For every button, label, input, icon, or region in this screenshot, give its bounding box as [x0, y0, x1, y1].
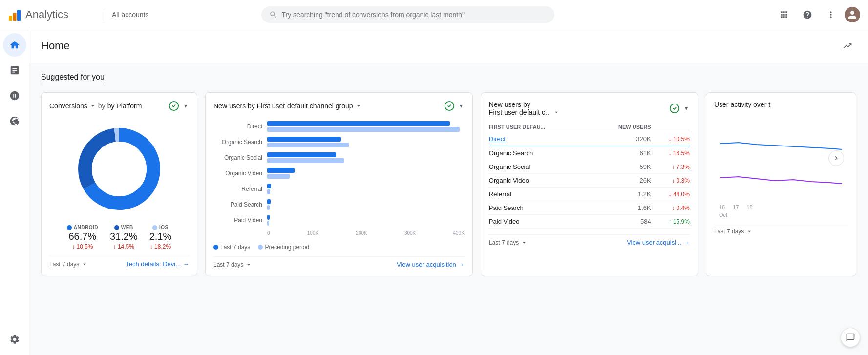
sidebar-item-advertising[interactable]	[3, 109, 26, 133]
search-bar[interactable]	[261, 6, 554, 23]
bar-paid-video-current	[267, 215, 270, 220]
conversions-card: Conversions by by Platform ▾	[41, 92, 197, 276]
trend-button[interactable]	[839, 37, 856, 55]
col-change	[651, 122, 690, 132]
col-users: NEW USERS	[592, 122, 651, 132]
top-nav: Analytics All accounts	[0, 0, 868, 29]
activity-last-days[interactable]: Last 7 days	[714, 228, 753, 235]
conversions-footer-link[interactable]: Tech details: Devi... →	[126, 260, 189, 268]
bar-row-direct: Direct	[213, 121, 465, 132]
table-card-header: New users by First user default c... ▾	[489, 101, 690, 116]
nav-divider	[104, 9, 104, 21]
donut-chart	[75, 125, 163, 213]
section-title: Suggested for you	[41, 73, 105, 84]
bar-card-actions: ▾	[444, 101, 465, 111]
table-row: Organic Social59K↓ 7.3%	[489, 160, 690, 174]
activity-chevron-down-icon	[746, 228, 753, 235]
bar-organic-social-prev	[267, 158, 344, 163]
chat-icon	[846, 333, 855, 342]
table-row: Organic Search61K↓ 16.5%	[489, 146, 690, 160]
bar-row-organic-search: Organic Search	[213, 137, 465, 147]
conversions-last-days[interactable]: Last 7 days	[49, 261, 88, 268]
new-users-table: FIRST USER DEFAU... NEW USERS Direct320K…	[489, 122, 690, 229]
activity-month-label: Oct	[714, 212, 848, 218]
bar-last-days[interactable]: Last 7 days	[213, 261, 252, 268]
conversions-card-title: Conversions by by Platform	[49, 102, 142, 110]
bar-row-paid-search: Paid Search	[213, 199, 465, 210]
activity-svg	[714, 114, 848, 202]
activity-x-axis: 16 17 18	[714, 202, 848, 212]
col-channel: FIRST USER DEFAU...	[489, 122, 592, 132]
web-dot	[114, 225, 119, 230]
avatar[interactable]	[845, 7, 860, 22]
apps-button[interactable]	[774, 5, 794, 24]
bar-paid-video-prev	[267, 221, 269, 226]
bar-organic-search-prev	[267, 143, 349, 147]
activity-card-footer: Last 7 days	[714, 224, 848, 235]
bar-paid-search-current	[267, 199, 271, 204]
table-dropdown-btn[interactable]: ▾	[683, 104, 690, 113]
bar-referral-prev	[267, 189, 270, 194]
sidebar-item-settings[interactable]	[3, 328, 26, 351]
bar-paid-search-prev	[267, 205, 270, 210]
table-body: Direct320K↓ 10.5%Organic Search61K↓ 16.5…	[489, 132, 690, 229]
table-row: Organic Video26K↓ 0.3%	[489, 174, 690, 188]
table-check-circle-icon	[669, 103, 680, 114]
table-header-row: FIRST USER DEFAU... NEW USERS	[489, 122, 690, 132]
conversions-dropdown-btn[interactable]: ▾	[182, 102, 189, 110]
table-dropdown-icon	[553, 109, 560, 116]
app-title: Analytics	[25, 8, 68, 21]
sidebar	[0, 29, 29, 355]
bar-chevron-down-icon	[245, 261, 252, 268]
new-users-table-card: New users by First user default c... ▾	[481, 92, 698, 276]
bar-organic-social-current	[267, 152, 336, 157]
bar-legend: Last 7 days Preceding period	[213, 244, 465, 251]
bar-organic-video-prev	[267, 174, 290, 179]
table-card-footer: Last 7 days View user acquisi... →	[489, 234, 690, 246]
donut-container	[49, 117, 189, 221]
sidebar-item-explore[interactable]	[3, 84, 26, 107]
bar-card-title: New users by First user default channel …	[213, 102, 362, 110]
bar-referral-current	[267, 184, 271, 188]
nav-actions	[774, 5, 860, 24]
all-accounts-link[interactable]: All accounts	[112, 11, 148, 19]
more-options-button[interactable]	[821, 5, 841, 24]
help-button[interactable]	[798, 5, 817, 24]
table-row: Paid Video584↑ 15.9%	[489, 215, 690, 229]
activity-next-btn[interactable]	[828, 150, 844, 166]
bar-dropdown-icon	[355, 103, 362, 109]
bar-dropdown-btn[interactable]: ▾	[458, 102, 465, 110]
bar-footer-link[interactable]: View user acquisition →	[397, 261, 465, 268]
chat-button[interactable]	[841, 328, 860, 347]
page-header: Home	[29, 29, 868, 63]
chevron-down-icon	[81, 261, 88, 268]
table-row: Referral1.2K↓ 44.0%	[489, 188, 690, 201]
header-actions	[839, 37, 856, 55]
table-footer-link[interactable]: View user acquisi... →	[627, 239, 690, 246]
android-dot	[67, 225, 72, 230]
activity-card-header: User activity over t	[714, 101, 848, 108]
legend-ios: IOS 2.1% ↓ 18.2%	[149, 225, 172, 250]
bar-organic-video-current	[267, 168, 295, 173]
bar-organic-search-current	[267, 137, 341, 142]
bar-card-footer: Last 7 days View user acquisition →	[213, 256, 465, 268]
svg-rect-2	[17, 10, 21, 21]
bar-row-organic-social: Organic Social	[213, 152, 465, 163]
bar-row-organic-video: Organic Video	[213, 168, 465, 179]
bar-direct-prev	[267, 127, 460, 132]
sidebar-item-home[interactable]	[3, 33, 26, 57]
conversions-card-footer: Last 7 days Tech details: Devi... →	[49, 256, 189, 268]
activity-card-title: User activity over t	[714, 101, 770, 108]
bar-card-header: New users by First user default channel …	[213, 101, 465, 111]
table-card-actions: ▾	[669, 103, 690, 114]
analytics-logo	[8, 8, 21, 21]
cards-row: Conversions by by Platform ▾	[41, 92, 856, 276]
logo-area: Analytics	[8, 8, 96, 21]
bar-chart-area: Direct Organic Search	[213, 117, 465, 240]
legend-web: WEB 31.2% ↓ 14.5%	[110, 225, 138, 250]
sidebar-item-reports[interactable]	[3, 59, 26, 82]
donut-legend: ANDROID 66.7% ↓ 10.5% WEB 31.2% ↓ 14.5%	[49, 225, 189, 250]
table-last-days[interactable]: Last 7 days	[489, 239, 528, 246]
legend-android: ANDROID 66.7% ↓ 10.5%	[67, 225, 98, 250]
search-input[interactable]	[282, 11, 547, 19]
